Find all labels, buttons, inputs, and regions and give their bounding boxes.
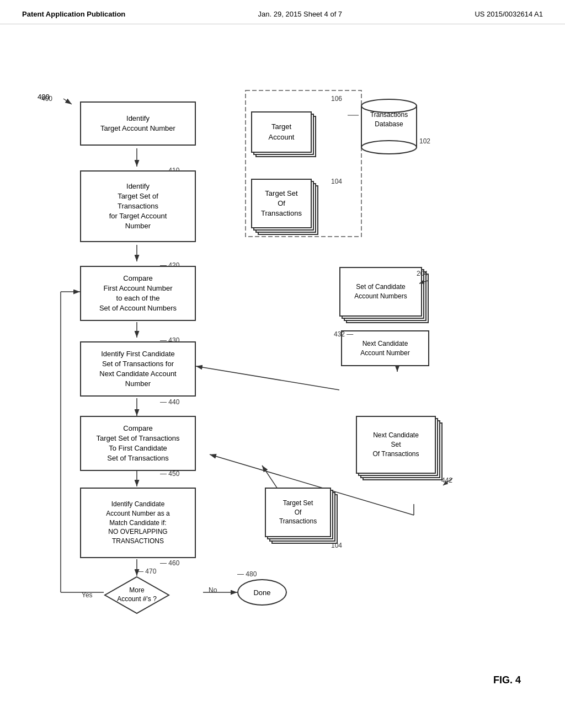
ref-440: — 440 [160, 398, 179, 406]
ref-480: — 480 [237, 570, 257, 578]
diagram-area: 400 400 Identify Target Account Number —… [0, 30, 565, 719]
svg-point-23 [361, 141, 417, 154]
ref-432: 432 — [334, 330, 353, 338]
header-right: US 2015/0032614 A1 [475, 10, 543, 18]
fig-label: FIG. 4 [493, 675, 521, 686]
box-next-candidate-account: Next Candidate Account Number [341, 330, 429, 366]
ref-102: 102 [419, 137, 430, 145]
diamond-more-accounts: More Account #'s ? [104, 576, 170, 614]
oval-done: Done [237, 579, 287, 606]
box-compare-target-set: Compare Target Set of Transactions To Fi… [80, 416, 196, 471]
box-identify-first-candidate: Identify First Candidate Set of Transact… [80, 341, 196, 397]
svg-line-13 [196, 366, 339, 390]
ref-106: 106 [331, 95, 342, 103]
box-compare-first-account: Compare First Account Number to each of … [80, 266, 196, 321]
header-left: Patent Application Publication [22, 10, 125, 18]
page-header: Patent Application Publication Jan. 29, … [0, 0, 565, 24]
ref-204-arrow [417, 270, 439, 286]
ref-470: — 470 [137, 568, 156, 575]
ref-104-lower: 104 [331, 542, 342, 549]
box-identify-candidate-match: Identify Candidate Account Number as a M… [80, 488, 196, 558]
yes-label: Yes [82, 591, 93, 599]
svg-line-28 [443, 478, 452, 485]
ref-104-upper: 104 [331, 178, 342, 185]
ref-442-arrow [439, 475, 455, 489]
ref-450: — 450 [160, 470, 179, 478]
svg-line-26 [419, 281, 428, 283]
svg-line-19 [63, 99, 72, 104]
box-identify-target-set: Identify Target Set of Transactions for … [80, 170, 196, 242]
box-identify-target-account: Identify Target Account Number [80, 101, 196, 146]
transactions-database: Transactions Database [356, 95, 422, 156]
no-label: No [209, 586, 217, 594]
ref-460: — 460 [160, 559, 179, 567]
ref-400-arrow [41, 93, 74, 110]
header-center: Jan. 29, 2015 Sheet 4 of 7 [258, 10, 343, 18]
